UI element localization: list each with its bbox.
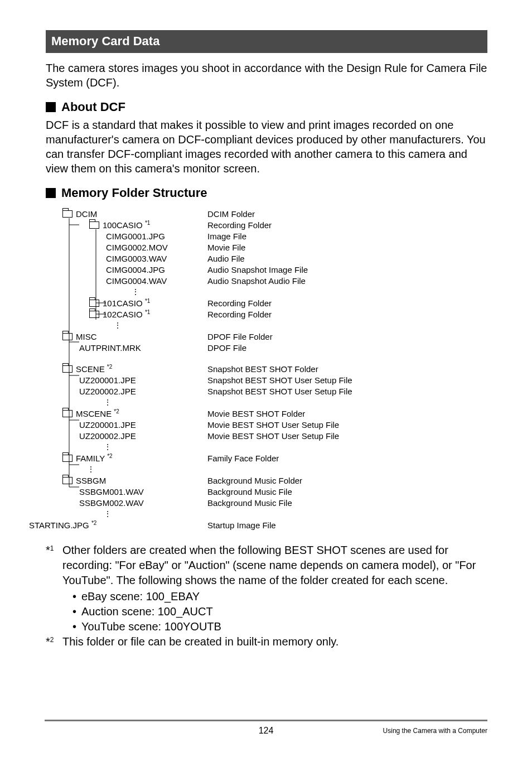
node-name: SCENE *2 bbox=[76, 364, 143, 373]
node-name: SSBGM bbox=[76, 476, 143, 485]
node-name: AUTPRINT.MRK bbox=[79, 344, 163, 352]
tree-row: 100CASIO *1 Recording Folder bbox=[46, 219, 487, 230]
bullet-text: YouTube scene: 100YOUTB bbox=[81, 619, 221, 634]
tree-row: UZ200002.JPE Movie BEST SHOT User Setup … bbox=[46, 430, 487, 441]
about-dcf-body: DCF is a standard that makes it possible… bbox=[46, 118, 487, 176]
tree-row: ⋮ bbox=[46, 441, 487, 452]
folder-tree: DCIM DCIM Folder 100CASIO *1 Recording F… bbox=[46, 208, 487, 531]
banner-title: Memory Card Data bbox=[51, 34, 159, 48]
footnote-text: This folder or file can be created in bu… bbox=[62, 635, 338, 648]
node-desc: DPOF File bbox=[207, 344, 246, 352]
section-banner: Memory Card Data bbox=[46, 30, 487, 53]
node-desc: Movie BEST SHOT User Setup File bbox=[207, 432, 339, 440]
vdots-icon: ⋮ bbox=[112, 321, 122, 329]
tree-spacer bbox=[46, 353, 487, 363]
tree-row: AUTPRINT.MRK DPOF File bbox=[46, 342, 487, 353]
node-name: FAMILY *2 bbox=[76, 454, 143, 462]
tree-row: ⋮ bbox=[46, 508, 487, 519]
node-desc: Background Music Folder bbox=[207, 476, 302, 485]
node-desc: Image File bbox=[207, 232, 246, 240]
node-desc: Recording Folder bbox=[207, 221, 272, 229]
node-name: UZ200002.JPE bbox=[79, 387, 163, 396]
page-number: 124 bbox=[259, 726, 274, 736]
tree-row: STARTING.JPG *2 Startup Image File bbox=[29, 519, 487, 531]
folder-icon bbox=[89, 311, 99, 318]
tree-row: ⋮ bbox=[46, 286, 487, 297]
folder-icon bbox=[62, 410, 72, 417]
node-desc: Startup Image File bbox=[207, 521, 276, 529]
vdots-icon: ⋮ bbox=[85, 465, 95, 473]
tree-row: ⋮ bbox=[46, 320, 487, 331]
node-name: CIMG0004.JPG bbox=[106, 266, 190, 274]
folder-icon bbox=[62, 455, 72, 462]
tree-row: DCIM DCIM Folder bbox=[46, 208, 487, 219]
subhead-folder-structure: Memory Folder Structure bbox=[46, 186, 487, 200]
page-footer: 124 Using the Camera with a Computer bbox=[0, 726, 532, 736]
subhead-text: Memory Folder Structure bbox=[61, 186, 207, 200]
node-desc: Background Music File bbox=[207, 488, 292, 496]
footnote-bullets: •eBay scene: 100_EBAY •Auction scene: 10… bbox=[62, 589, 487, 634]
tree-row: SSBGM001.WAV Background Music File bbox=[46, 486, 487, 497]
node-desc: Audio File bbox=[207, 254, 245, 263]
tree-row: UZ200002.JPE Snapshot BEST SHOT User Set… bbox=[46, 385, 487, 397]
folder-icon bbox=[89, 221, 99, 229]
footnotes: *1 Other folders are created when the fo… bbox=[46, 543, 487, 649]
node-desc: Recording Folder bbox=[207, 310, 272, 319]
node-name: MSCENE *2 bbox=[76, 409, 143, 418]
node-desc: Family Face Folder bbox=[207, 454, 279, 462]
folder-icon bbox=[89, 300, 99, 307]
bullet-text: Auction scene: 100_AUCT bbox=[81, 604, 213, 619]
folder-icon bbox=[62, 333, 72, 340]
node-name: 101CASIO *1 bbox=[103, 298, 170, 307]
tree-row: CIMG0004.WAV Audio Snapshot Audio File bbox=[46, 275, 487, 286]
footer-rule bbox=[45, 720, 487, 721]
node-name: 102CASIO *1 bbox=[103, 310, 170, 319]
node-desc: DPOF File Folder bbox=[207, 332, 273, 341]
intro-text: The camera stores images you shoot in ac… bbox=[46, 61, 487, 90]
tree-row: CIMG0004.JPG Audio Snapshot Image File bbox=[46, 264, 487, 275]
footnote-1: *1 Other folders are created when the fo… bbox=[46, 543, 487, 634]
node-desc: Movie BEST SHOT Folder bbox=[207, 409, 305, 418]
tree-row: SCENE *2 Snapshot BEST SHOT Folder bbox=[46, 363, 487, 374]
tree-row: CIMG0003.WAV Audio File bbox=[46, 253, 487, 264]
node-desc: Movie BEST SHOT User Setup File bbox=[207, 421, 339, 429]
node-name: UZ200002.JPE bbox=[79, 432, 163, 440]
footnote-mark: *2 bbox=[46, 634, 62, 649]
tree-row: ⋮ bbox=[46, 464, 487, 475]
tree-row: 102CASIO *1 Recording Folder bbox=[46, 308, 487, 320]
vdots-icon: ⋮ bbox=[129, 288, 139, 296]
node-desc: Snapshot BEST SHOT User Setup File bbox=[207, 387, 352, 396]
node-name: CIMG0001.JPG bbox=[106, 232, 190, 240]
tree-row: CIMG0001.JPG Image File bbox=[46, 230, 487, 242]
folder-icon bbox=[62, 210, 72, 218]
square-bullet-icon bbox=[46, 102, 56, 112]
node-name: UZ200001.JPE bbox=[79, 421, 163, 429]
bullet-text: eBay scene: 100_EBAY bbox=[81, 589, 200, 604]
footnote-2: *2 This folder or file can be created in… bbox=[46, 634, 487, 649]
subhead-about-dcf: About DCF bbox=[46, 100, 487, 114]
tree-row: 101CASIO *1 Recording Folder bbox=[46, 297, 487, 308]
vdots-icon: ⋮ bbox=[101, 443, 112, 451]
node-desc: DCIM Folder bbox=[207, 210, 255, 218]
node-name: CIMG0003.WAV bbox=[106, 254, 190, 263]
node-name: SSBGM002.WAV bbox=[79, 499, 163, 507]
node-desc: Background Music File bbox=[207, 499, 292, 507]
footnote-mark: *1 bbox=[46, 543, 62, 634]
tree-row: SSBGM Background Music Folder bbox=[46, 475, 487, 486]
footer-label: Using the Camera with a Computer bbox=[383, 727, 487, 735]
node-desc: Audio Snapshot Image File bbox=[207, 266, 308, 274]
vdots-icon: ⋮ bbox=[101, 398, 112, 406]
node-name: SSBGM001.WAV bbox=[79, 488, 163, 496]
node-desc: Snapshot BEST SHOT Folder bbox=[207, 365, 318, 373]
tree-row: UZ200001.JPE Snapshot BEST SHOT User Set… bbox=[46, 374, 487, 385]
subhead-text: About DCF bbox=[61, 100, 125, 114]
node-desc: Movie File bbox=[207, 243, 245, 252]
node-name: STARTING.JPG *2 bbox=[29, 520, 141, 529]
tree-row: MSCENE *2 Movie BEST SHOT Folder bbox=[46, 408, 487, 419]
folder-icon bbox=[62, 365, 72, 373]
node-name: CIMG0002.MOV bbox=[106, 243, 190, 252]
tree-row: MISC DPOF File Folder bbox=[46, 331, 487, 342]
node-name: CIMG0004.WAV bbox=[106, 277, 190, 285]
footnote-text: Other folders are created when the follo… bbox=[62, 544, 476, 586]
node-name: 100CASIO *1 bbox=[103, 220, 170, 229]
